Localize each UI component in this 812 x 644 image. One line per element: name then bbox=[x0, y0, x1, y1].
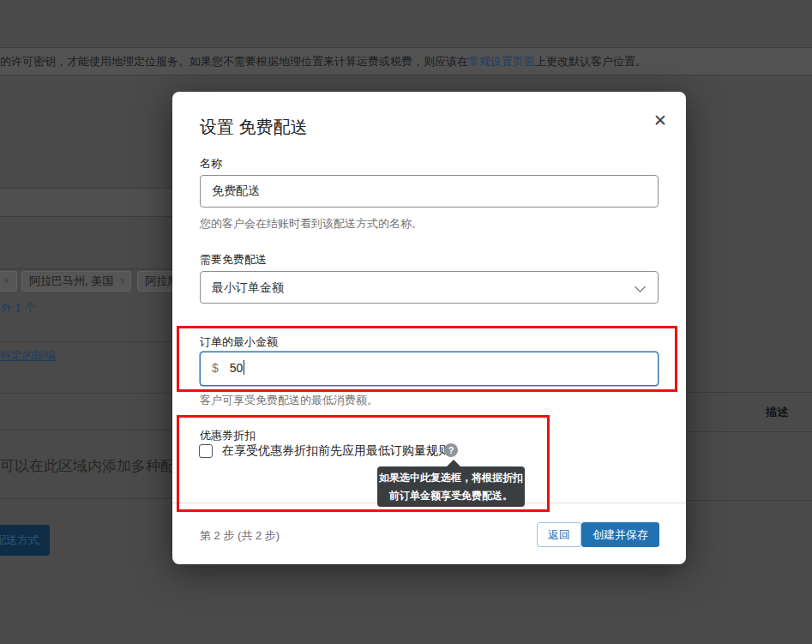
requires-selected-value: 最小订单金额 bbox=[212, 280, 284, 294]
zone-hint-text: 可以在此区域内添加多种配 bbox=[0, 456, 175, 476]
chevron-down-icon bbox=[635, 281, 646, 292]
coupon-checkbox[interactable] bbox=[199, 444, 213, 458]
currency-symbol: $ bbox=[212, 361, 219, 375]
divider bbox=[0, 430, 172, 430]
region-tag[interactable]: × bbox=[0, 271, 17, 292]
divider bbox=[686, 392, 812, 393]
divider bbox=[0, 188, 172, 189]
divider bbox=[0, 498, 172, 499]
notice-text-after: 上更改默认客户位置。 bbox=[535, 55, 647, 68]
divider bbox=[0, 216, 172, 217]
create-and-save-button[interactable]: 创建并保存 bbox=[581, 522, 659, 547]
modal-title: 设置 免费配送 bbox=[200, 116, 308, 139]
requires-label: 需要免费配送 bbox=[200, 252, 267, 268]
tooltip-line2: 前订单金额享受免费配送。 bbox=[377, 487, 525, 505]
amount-value: 50 bbox=[230, 361, 244, 375]
add-shipping-method-button[interactable]: 配送方式 bbox=[0, 525, 50, 556]
geolocation-notice: 的许可密钥，才能使用地理定位服务。如果您不需要根据地理位置来计算运费或税费，则应… bbox=[0, 47, 812, 75]
remove-tag-icon[interactable]: × bbox=[119, 275, 125, 287]
divider bbox=[686, 500, 812, 501]
divider bbox=[0, 393, 172, 394]
free-shipping-setup-modal: ✕ 设置 免费配送 名称 您的客户会在结账时看到该配送方式的名称。 需要免费配送… bbox=[172, 92, 686, 564]
coupon-label: 优惠券折扣 bbox=[200, 428, 256, 443]
description-column-header: 描述 bbox=[766, 405, 788, 420]
amount-label: 订单的最小金额 bbox=[200, 334, 278, 350]
name-helper-text: 您的客户会在结账时看到该配送方式的名称。 bbox=[200, 216, 423, 232]
name-input[interactable] bbox=[200, 175, 659, 208]
modal-footer: 第 2 步 (共 2 步) 返回 创建并保存 bbox=[172, 503, 686, 564]
divider bbox=[0, 341, 172, 342]
close-icon[interactable]: ✕ bbox=[650, 111, 671, 131]
amount-helper-text: 客户可享受免费配送的最低消费额。 bbox=[200, 393, 378, 408]
text-caret bbox=[244, 360, 244, 375]
divider bbox=[0, 268, 172, 269]
tooltip-arrow bbox=[447, 460, 460, 466]
requires-select[interactable]: 最小订单金额 bbox=[200, 271, 659, 304]
coupon-help-tooltip: 如果选中此复选框，将根据折扣 前订单金额享受免费配送。 bbox=[377, 466, 525, 507]
region-tag[interactable]: 阿拉巴马州, 美国× bbox=[21, 271, 131, 292]
back-button[interactable]: 返回 bbox=[537, 522, 581, 547]
name-label: 名称 bbox=[200, 156, 222, 172]
postcode-link[interactable]: 特定的邮编 bbox=[0, 348, 56, 364]
remove-tag-icon[interactable]: × bbox=[3, 275, 9, 287]
help-icon[interactable]: ? bbox=[444, 443, 458, 457]
notice-text-before: 的许可密钥，才能使用地理定位服务。如果您不需要根据地理位置来计算运费或税费，则应… bbox=[0, 55, 468, 68]
general-settings-link[interactable]: 常规设置页面 bbox=[468, 55, 535, 68]
amount-input[interactable]: $50 bbox=[200, 352, 659, 386]
more-regions-link[interactable]: 外 1 个 bbox=[1, 300, 35, 316]
tooltip-line1: 如果选中此复选框，将根据折扣 bbox=[377, 469, 525, 487]
step-indicator: 第 2 步 (共 2 步) bbox=[200, 528, 280, 544]
divider bbox=[686, 431, 812, 432]
coupon-checkbox-label: 在享受优惠券折扣前先应用最低订购量规则 bbox=[222, 443, 450, 459]
zone-table-row-band bbox=[0, 189, 172, 216]
